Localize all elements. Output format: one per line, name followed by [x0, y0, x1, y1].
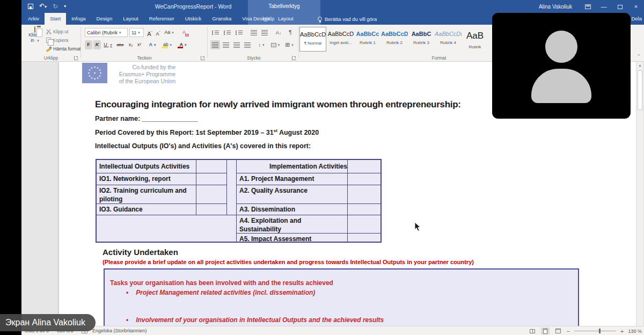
- web-layout-button[interactable]: [554, 327, 562, 334]
- align-center-button[interactable]: [221, 40, 231, 49]
- style-heading4[interactable]: AaBbCcDtRubrik 4: [435, 27, 462, 52]
- zoom-in-button[interactable]: +: [620, 328, 624, 334]
- print-layout-button[interactable]: [541, 327, 550, 334]
- tab-utskick[interactable]: Utskick: [180, 13, 207, 25]
- read-mode-icon: [530, 329, 535, 333]
- superscript-button[interactable]: x²: [135, 40, 143, 49]
- font-dialog-launcher[interactable]: [201, 56, 205, 60]
- italic-button[interactable]: K: [93, 40, 101, 49]
- table-cell-a4: A4. Exploitation and Sustainability: [239, 216, 336, 234]
- cut-button[interactable]: Klipp ut: [46, 29, 68, 34]
- scissors-icon: [46, 29, 52, 34]
- table-cell-a1: A1. Project Management: [239, 174, 346, 183]
- undo-icon[interactable]: ↶▾: [39, 0, 47, 13]
- language-indicator[interactable]: Engelska (Storbritannien): [92, 326, 147, 335]
- copy-button[interactable]: Kopiera: [46, 38, 68, 43]
- tab-granska[interactable]: Granska: [207, 13, 237, 25]
- paragraph-dialog-launcher[interactable]: [292, 56, 296, 60]
- customize-qat-icon[interactable]: ▾: [64, 0, 66, 13]
- activities-table[interactable]: Intellectual Outputs Activities Implemen…: [96, 159, 382, 243]
- zoom-slider-thumb[interactable]: [599, 329, 601, 333]
- tab-arkiv[interactable]: Arkiv: [23, 13, 45, 25]
- borders-button[interactable]: ⊞▾: [284, 40, 294, 49]
- zoom-out-button[interactable]: −: [567, 328, 570, 334]
- indent-icon: [261, 30, 268, 35]
- line-spacing-button[interactable]: ↕▾: [257, 40, 266, 49]
- tasks-text-box[interactable]: Tasks your organisation has been involve…: [104, 268, 579, 326]
- zoom-percentage[interactable]: 130 %: [628, 329, 642, 334]
- grow-font-button[interactable]: Aˆ: [146, 28, 153, 37]
- tab-table-layout[interactable]: Layout: [278, 13, 294, 25]
- table-cell-a5: A5. Impact Assessment: [239, 235, 346, 243]
- style-no-spacing[interactable]: AaBbCcDInget avst...: [327, 27, 354, 52]
- show-paragraph-marks-button[interactable]: ¶: [286, 28, 295, 37]
- restore-button[interactable]: [612, 0, 628, 13]
- style-heading2[interactable]: AaBbCcDRubrik 2: [381, 27, 408, 52]
- style-heading1[interactable]: AaBbCcRubrik 1: [354, 27, 381, 52]
- tab-design[interactable]: Design: [91, 13, 118, 25]
- bold-button[interactable]: F: [85, 40, 92, 49]
- format-painter-button[interactable]: Hämta format: [46, 46, 81, 52]
- tab-layout[interactable]: Layout: [118, 13, 144, 25]
- align-right-button[interactable]: [232, 40, 241, 49]
- increase-indent-button[interactable]: [260, 28, 269, 37]
- period-line: Period Covered by this Report: 1st Septe…: [95, 128, 319, 136]
- ribbon-display-options-icon[interactable]: [580, 0, 596, 13]
- eu-stars: [94, 72, 95, 74]
- tab-referenser[interactable]: Referenser: [144, 13, 180, 25]
- highlight-color-button[interactable]: ab▾: [161, 40, 174, 49]
- underline-button[interactable]: U ▾: [103, 40, 113, 49]
- text-effects-button[interactable]: A▾: [147, 40, 158, 49]
- align-left-button[interactable]: [210, 40, 220, 49]
- close-button[interactable]: ×: [628, 0, 644, 13]
- shading-button[interactable]: ▾: [270, 40, 280, 49]
- style-title[interactable]: AaBRubrik: [462, 27, 488, 52]
- save-icon[interactable]: [28, 4, 33, 9]
- clipboard-dialog-launcher[interactable]: [74, 56, 78, 60]
- participant-video-tile[interactable]: [492, 13, 631, 119]
- vertical-scrollbar[interactable]: ▲: [636, 62, 643, 326]
- collapse-ribbon-icon[interactable]: ⌃: [636, 54, 641, 59]
- bullets-button[interactable]: [210, 28, 220, 37]
- redo-icon[interactable]: ↻: [53, 0, 58, 13]
- status-bar: Sida 1 av 5 353 ord Engelska (Storbritan…: [21, 326, 644, 335]
- clear-formatting-button[interactable]: A: [180, 28, 188, 37]
- numbering-button[interactable]: [222, 28, 232, 37]
- activity-note: (Please provide a brief update on all pr…: [103, 259, 474, 265]
- print-layout-icon: [543, 329, 547, 334]
- shrink-font-button[interactable]: Aˇ: [155, 28, 162, 37]
- table-cell-io2: IO2. Training curriculum and piloting: [99, 186, 194, 203]
- font-group-label: Tecken: [131, 55, 158, 61]
- numbered-list-icon: [224, 30, 231, 35]
- tab-table-design[interactable]: Design: [253, 13, 269, 25]
- word-titlebar: ↶▾ ↻ ▾ WeCanProgressReport - Word Tabell…: [21, 0, 644, 13]
- zoom-slider[interactable]: [574, 331, 616, 331]
- paste-button[interactable]: Klistra in ▾: [26, 27, 44, 57]
- justify-button[interactable]: [243, 40, 252, 49]
- change-case-button[interactable]: Aa▾: [164, 28, 174, 37]
- subscript-button[interactable]: x₂: [127, 40, 135, 49]
- table-cell-io1: IO1. Networking, report: [99, 174, 194, 183]
- tab-infoga[interactable]: Infoga: [66, 13, 91, 25]
- style-heading3[interactable]: AaBbCRubrik 3: [408, 27, 435, 52]
- sort-button[interactable]: A↓: [274, 28, 283, 37]
- decrease-indent-button[interactable]: [249, 28, 259, 37]
- tab-start[interactable]: Start: [45, 13, 66, 25]
- share-button[interactable]: Dela: [631, 13, 642, 25]
- tell-me-search[interactable]: Berätta vad du vill göra: [318, 13, 377, 25]
- style-normal[interactable]: AaBbCcDc¶ Normal: [299, 27, 326, 52]
- scroll-up-icon[interactable]: ▲: [636, 63, 643, 67]
- font-color-button[interactable]: A▾: [177, 40, 189, 49]
- avatar: [545, 31, 577, 63]
- scrollbar-thumb[interactable]: [638, 70, 642, 110]
- account-user-name[interactable]: Alina Vakoliuk: [539, 4, 572, 10]
- styles-group-label: Format: [423, 55, 455, 61]
- strikethrough-button[interactable]: abc: [115, 40, 126, 49]
- read-mode-button[interactable]: [528, 327, 537, 334]
- font-color-red-bar: [178, 47, 183, 48]
- minimize-button[interactable]: —: [596, 0, 612, 13]
- font-size-combobox[interactable]: 11▾: [129, 28, 144, 37]
- meeting-stage: ↶▾ ↻ ▾ WeCanProgressReport - Word Tabell…: [0, 0, 644, 335]
- font-name-combobox[interactable]: Calibri (Rubrik▾: [85, 28, 128, 37]
- multilevel-list-button[interactable]: [234, 28, 244, 37]
